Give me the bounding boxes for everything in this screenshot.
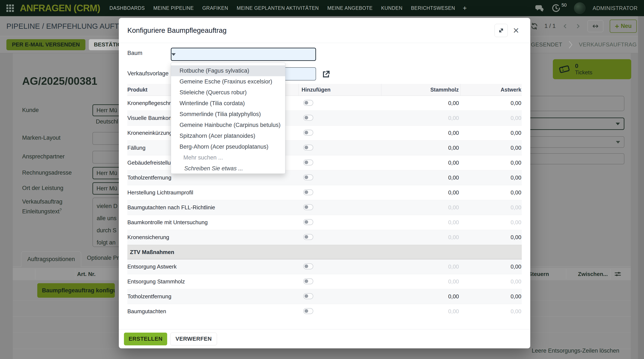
open-record-icon[interactable]	[322, 70, 331, 80]
add-toggle[interactable]	[303, 144, 313, 150]
app-title[interactable]: ANFRAGEN (CRM)	[20, 3, 100, 14]
search-more-option[interactable]: Mehr suchen ...	[171, 152, 285, 163]
start-typing-option[interactable]: Schreiben Sie etwas ...	[171, 163, 285, 174]
add-toggle[interactable]	[303, 219, 313, 225]
dropdown-option[interactable]: Winterlinde (Tilia cordata)	[171, 98, 285, 109]
stammholz-value[interactable]: 0,00	[382, 308, 461, 315]
user-avatar[interactable]	[574, 2, 586, 14]
help-icon[interactable]: ?	[60, 208, 62, 212]
dropdown-option[interactable]: Stieleiche (Quercus robur)	[171, 87, 285, 98]
pager-prev-icon[interactable]	[562, 22, 568, 30]
stammholz-value[interactable]: 0,00	[382, 160, 461, 166]
steuern-column-header[interactable]: Steuern	[528, 271, 548, 278]
stammholz-value[interactable]: 0,00	[382, 204, 461, 211]
page-scrollbar[interactable]	[638, 16, 644, 359]
tab-auftragspositionen[interactable]: Auftragspositionen	[21, 251, 81, 267]
menu-item[interactable]: MEINE ANGEBOTE	[327, 5, 373, 11]
stammholz-value[interactable]: 0,00	[382, 100, 461, 106]
background-field-1[interactable]	[528, 96, 624, 111]
astwerk-value[interactable]: 0,00	[461, 219, 522, 226]
menu-item[interactable]: MEINE GEPLANTEN AKTIVITÄTEN	[236, 5, 318, 11]
menu-item[interactable]: MEINE PIPELINE	[153, 5, 194, 11]
background-field-4[interactable]	[528, 153, 624, 164]
configure-order-button[interactable]: Baumpflegeauftrag konfigurieren	[37, 283, 115, 298]
new-button-label: Neu	[621, 23, 632, 30]
stammholz-value[interactable]: 0,00	[382, 234, 461, 240]
astwerk-value[interactable]: 0,00	[461, 234, 522, 240]
dropdown-option[interactable]: Berg-Ahorn (Acer pseudoplatanus)	[171, 142, 285, 152]
add-toggle[interactable]	[303, 130, 313, 136]
stammholz-value[interactable]: 0,00	[382, 130, 461, 136]
hinzufuegen-column-header[interactable]: Hinzufügen	[298, 84, 382, 96]
swap-view-button[interactable]	[588, 20, 603, 32]
menu-item[interactable]: KUNDEN	[381, 5, 402, 11]
baum-select[interactable]	[171, 48, 316, 61]
tickets-smart-button[interactable]: 0 Tickets	[553, 59, 631, 79]
astwerk-value[interactable]: 0,00	[461, 144, 522, 151]
astwerk-value[interactable]: 0,00	[461, 308, 522, 315]
astwerk-value[interactable]: 0,00	[461, 293, 522, 300]
activity-clock-icon[interactable]: 50	[552, 4, 566, 12]
stammholz-value[interactable]: 0,00	[382, 115, 461, 121]
create-button[interactable]: ERSTELLEN	[124, 332, 167, 345]
expand-dialog-button[interactable]	[494, 24, 508, 37]
astwerk-value[interactable]: 0,00	[461, 174, 522, 181]
background-field-2[interactable]	[528, 118, 624, 130]
add-toggle[interactable]	[303, 264, 313, 269]
add-toggle[interactable]	[303, 189, 313, 195]
astwerk-value[interactable]: 0,00	[461, 204, 522, 211]
astwerk-value[interactable]: 0,00	[461, 264, 522, 270]
astwerk-value[interactable]: 0,00	[461, 100, 522, 106]
stammholz-column-header[interactable]: Stammholz	[382, 84, 461, 96]
add-toggle[interactable]	[303, 204, 313, 210]
refresh-icon[interactable]	[530, 22, 538, 30]
apps-menu-icon[interactable]	[6, 4, 14, 12]
stammholz-value[interactable]: 0,00	[382, 189, 461, 196]
stammholz-value[interactable]: 0,00	[382, 264, 461, 270]
add-toggle[interactable]	[303, 100, 313, 106]
discard-button[interactable]: VERWERFEN	[170, 332, 217, 345]
toggle-knob	[304, 160, 308, 164]
table-options-icon[interactable]	[614, 270, 622, 279]
dropdown-option[interactable]: Gemeine Esche (Fraxinus excelsior)	[171, 76, 285, 87]
add-toggle[interactable]	[303, 278, 313, 284]
astwerk-value[interactable]: 0,00	[461, 160, 522, 166]
background-field-3[interactable]	[528, 136, 624, 148]
send-email-button[interactable]: PER E-MAIL VERSENDEN	[6, 39, 86, 50]
dropdown-option[interactable]: Spitzahorn (Acer platanoides)	[171, 130, 285, 142]
new-button[interactable]: + Neu	[610, 20, 637, 33]
delete-empty-rows-link[interactable]: Leere Entsorgungs-Zeilen löschen	[511, 348, 619, 354]
stammholz-value[interactable]: 0,00	[382, 174, 461, 181]
menu-item[interactable]: GRAFIKEN	[202, 5, 228, 11]
dropdown-option[interactable]: Rotbuche (Fagus sylvatica)	[171, 65, 285, 76]
stammholz-value[interactable]: 0,00	[382, 219, 461, 226]
art-nr-column-header[interactable]: Art. Nr.	[77, 271, 96, 278]
add-toggle[interactable]	[303, 160, 313, 166]
add-toggle[interactable]	[303, 293, 313, 299]
stammholz-value[interactable]: 0,00	[382, 144, 461, 151]
add-toggle[interactable]	[303, 174, 313, 180]
astwerk-column-header[interactable]: Astwerk	[461, 84, 522, 96]
product-row: Baumgutachten 0,00 0,00	[127, 304, 522, 315]
stammholz-value[interactable]: 0,00	[382, 293, 461, 300]
astwerk-value[interactable]: 0,00	[461, 278, 522, 285]
stammholz-value[interactable]: 0,00	[382, 278, 461, 285]
astwerk-value[interactable]: 0,00	[461, 189, 522, 196]
chat-icon[interactable]	[534, 3, 544, 13]
user-name[interactable]: ADMINISTRATOR	[593, 5, 638, 11]
add-toggle[interactable]	[303, 115, 313, 121]
add-menu-icon[interactable]: +	[463, 5, 467, 12]
dropdown-option[interactable]: Gemeine Hainbuche (Carpinus betulus)	[171, 120, 285, 130]
menu-item[interactable]: DASHBOARDS	[110, 5, 145, 11]
close-dialog-icon[interactable]: ×	[510, 24, 522, 37]
menu-item[interactable]: BERICHTSWESEN	[411, 5, 455, 11]
zwischensumme-column-header[interactable]: Zwischen...	[578, 271, 608, 278]
astwerk-value[interactable]: 0,00	[461, 130, 522, 136]
add-toggle[interactable]	[303, 308, 313, 314]
status-step-verkaufsauftrag[interactable]: VERKAUFSAUFTRAG	[579, 41, 637, 48]
pager-next-icon[interactable]	[575, 22, 581, 30]
dropdown-option[interactable]: Sommerlinde (Tilia platyphyllos)	[171, 109, 285, 120]
top-navbar: ANFRAGEN (CRM) DASHBOARDSMEINE PIPELINEG…	[0, 0, 644, 16]
astwerk-value[interactable]: 0,00	[461, 115, 522, 121]
add-toggle[interactable]	[303, 234, 313, 240]
